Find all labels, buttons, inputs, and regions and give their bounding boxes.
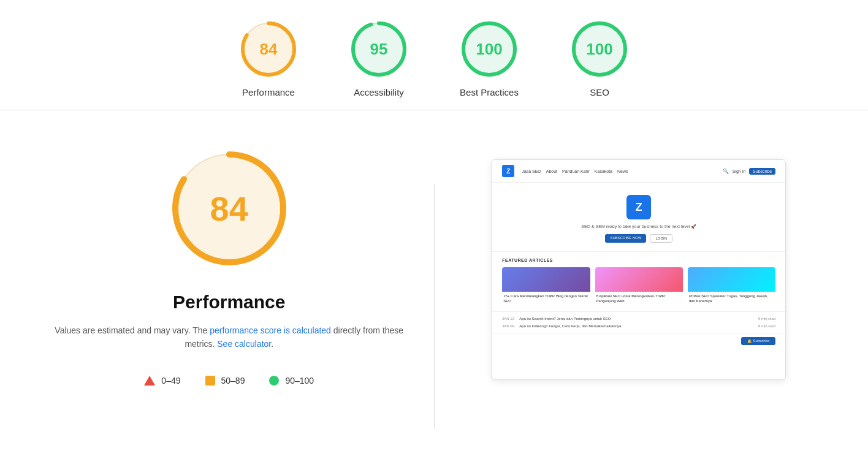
- legend-icon-high: [269, 376, 279, 386]
- mock-article-list: JAN 13 Apa itu Search Intent? Jenis dan …: [492, 311, 785, 333]
- score-label-seo: SEO: [590, 87, 609, 97]
- big-score-value: 84: [210, 189, 248, 229]
- score-item-best-practices: 100 Best Practices: [459, 18, 520, 97]
- score-item-performance: 84 Performance: [238, 18, 299, 97]
- score-value-performance: 84: [260, 40, 278, 59]
- mock-card-1: 15+ Cara Mendatangkan Traffic Blog denga…: [502, 267, 590, 305]
- description-end: .: [271, 339, 273, 349]
- mock-card-title-3: Profesi SEO Spesialis: Tugas, Tanggung J…: [688, 292, 775, 305]
- score-label-best-practices: Best Practices: [460, 87, 519, 97]
- mock-list-text-2: Apa itu Indexing? Fungsi, Cara Kerja, da…: [519, 324, 758, 328]
- score-circle-seo: 100: [569, 18, 630, 80]
- mock-hero-text: SEO & SEM ready to take your business to…: [581, 224, 696, 229]
- mock-hero: Z SEO & SEM ready to take your business …: [492, 183, 785, 252]
- mock-subscribe-bar-btn: 🔔 Subscribe: [741, 337, 776, 345]
- mock-card-title-1: 15+ Cara Mendatangkan Traffic Blog denga…: [502, 292, 590, 305]
- mock-card-img-1: [502, 267, 590, 292]
- score-label-accessibility: Accessibility: [354, 87, 404, 97]
- mock-nav-link-4: Kasakota: [595, 169, 612, 173]
- performance-calc-link[interactable]: performance score is calculated: [210, 325, 331, 335]
- mock-navbar: Z Jasa SEO About Panduan Karir Kasakota …: [492, 160, 785, 183]
- mock-card-3: Profesi SEO Spesialis: Tugas, Tanggung J…: [688, 267, 775, 305]
- score-value-accessibility: 95: [370, 40, 388, 59]
- mock-subscribe-text: Subscribe: [753, 339, 770, 343]
- mock-cards-row: 15+ Cara Mendatangkan Traffic Blog denga…: [502, 267, 775, 305]
- mock-list-time-1: 5 min read: [758, 317, 775, 321]
- legend-item-high: 90–100: [269, 376, 314, 386]
- score-value-best-practices: 100: [476, 40, 502, 59]
- legend-item-low: 0–49: [144, 376, 180, 386]
- score-item-seo: 100 SEO: [569, 18, 630, 97]
- score-circle-best-practices: 100: [459, 18, 520, 80]
- mock-nav-right: 🔍 Sign in Subscribe: [723, 168, 776, 175]
- mock-login-btn: LOGIN: [650, 234, 672, 243]
- score-circle-accessibility: 95: [348, 18, 409, 80]
- mock-hero-logo: Z: [626, 195, 651, 219]
- score-item-accessibility: 95 Accessibility: [348, 18, 409, 97]
- legend-range-low: 0–49: [161, 376, 180, 386]
- mock-card-img-3: [688, 267, 775, 292]
- mock-nav-link-1: Jasa SEO: [522, 169, 541, 173]
- mock-card-title-2: 8 Aplikasi SEO untuk Meningkatkan Traffi…: [595, 292, 683, 305]
- website-screenshot: Z Jasa SEO About Panduan Karir Kasakota …: [492, 159, 786, 380]
- legend-icon-mid: [205, 376, 215, 386]
- mock-subscribe-btn: Subscribe: [749, 168, 775, 175]
- vertical-divider: [434, 184, 435, 429]
- right-panel: Z Jasa SEO About Panduan Karir Kasakota …: [459, 147, 820, 380]
- score-legend: 0–49 50–89 90–100: [144, 376, 314, 386]
- mock-list-row-1: JAN 13 Apa itu Search Intent? Jenis dan …: [502, 317, 775, 321]
- mock-nav-link-3: Panduan Karir: [562, 169, 590, 173]
- mock-list-time-2: 8 min read: [758, 324, 775, 328]
- mock-list-date-2: JAN 09: [502, 324, 519, 328]
- mock-search-icon: 🔍: [723, 169, 729, 174]
- mock-nav-link-2: About: [546, 169, 557, 173]
- mock-list-row-2: JAN 09 Apa itu Indexing? Fungsi, Cara Ke…: [502, 324, 775, 328]
- left-panel: 84 Performance Values are estimated and …: [49, 147, 409, 386]
- legend-icon-low: [144, 376, 155, 386]
- mock-signin-text: Sign in: [733, 169, 745, 173]
- scores-bar: 84 Performance 95 Accessibility 100 Best…: [0, 0, 868, 110]
- calculator-link[interactable]: See calculator: [217, 339, 271, 349]
- mock-subscribe-now-btn: SUBSCRIBE NOW: [605, 234, 646, 243]
- legend-range-high: 90–100: [285, 376, 314, 386]
- mock-nav-link-5: News: [617, 169, 628, 173]
- score-circle-performance: 84: [238, 18, 299, 80]
- description-static: Values are estimated and may vary. The: [55, 325, 210, 335]
- score-value-seo: 100: [586, 40, 612, 59]
- big-score-circle: 84: [168, 147, 291, 270]
- mock-hero-buttons: SUBSCRIBE NOW LOGIN: [605, 234, 672, 243]
- mock-logo-icon: Z: [502, 165, 514, 177]
- legend-item-mid: 50–89: [205, 376, 245, 386]
- mock-card-2: 8 Aplikasi SEO untuk Meningkatkan Traffi…: [595, 267, 683, 305]
- mock-card-img-2: [595, 267, 683, 292]
- score-label-performance: Performance: [242, 87, 295, 97]
- big-score-label: Performance: [173, 292, 285, 313]
- mock-subscribe-icon: 🔔: [747, 339, 752, 343]
- mock-nav-links: Jasa SEO About Panduan Karir Kasakota Ne…: [522, 169, 715, 173]
- mock-featured-section: FEATURED ARTICLES 15+ Cara Mendatangkan …: [492, 252, 785, 311]
- mock-subscribe-bar: 🔔 Subscribe: [492, 333, 785, 349]
- score-description: Values are estimated and may vary. The p…: [51, 324, 407, 351]
- mock-featured-title: FEATURED ARTICLES: [502, 258, 775, 262]
- mock-list-text-1: Apa itu Search Intent? Jenis dan Penting…: [519, 317, 758, 321]
- main-content: 84 Performance Values are estimated and …: [0, 110, 868, 454]
- legend-range-mid: 50–89: [221, 376, 245, 386]
- mock-list-date-1: JAN 13: [502, 317, 519, 321]
